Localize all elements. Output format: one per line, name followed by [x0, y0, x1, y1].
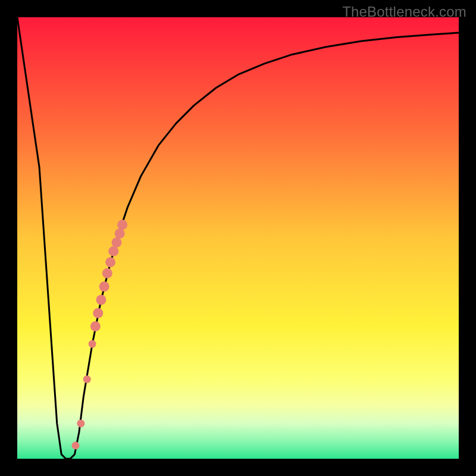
data-marker	[96, 295, 106, 305]
data-marker	[117, 220, 127, 230]
data-marker	[111, 237, 121, 248]
data-marker	[99, 281, 109, 292]
data-marker	[93, 308, 103, 318]
data-marker	[115, 228, 125, 239]
plot-area	[17, 17, 459, 459]
data-marker	[102, 268, 112, 278]
data-marker	[105, 257, 115, 267]
data-marker	[71, 441, 79, 449]
chart-frame: TheBottleneck.com	[0, 0, 476, 476]
data-marker	[108, 246, 118, 256]
data-marker	[90, 321, 101, 331]
data-marker	[83, 375, 91, 383]
chart-svg	[17, 17, 459, 459]
data-marker	[77, 419, 84, 427]
data-marker	[89, 340, 96, 348]
watermark-text: TheBottleneck.com	[342, 4, 466, 20]
